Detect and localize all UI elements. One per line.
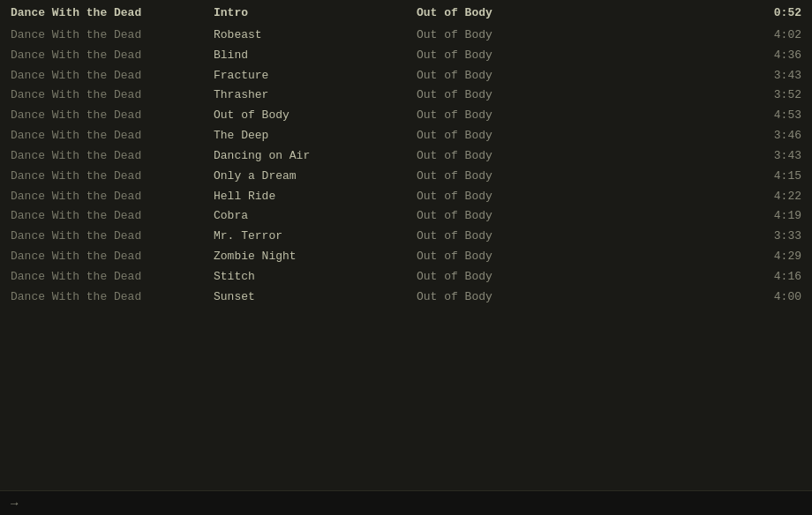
track-album: Out of Body: [417, 168, 620, 185]
track-duration: 4:29: [620, 249, 801, 265]
track-artist: Dance With the Dead: [11, 228, 214, 245]
track-artist: Dance With the Dead: [11, 269, 214, 286]
track-album: Out of Body: [417, 68, 620, 85]
track-album: Out of Body: [417, 48, 620, 64]
table-row[interactable]: Dance With the DeadStitchOut of Body4:16: [0, 267, 812, 287]
track-title: Cobra: [214, 208, 417, 225]
header-duration: 0:52: [620, 5, 801, 22]
track-artist: Dance With the Dead: [11, 87, 214, 104]
track-title: Hell Ride: [214, 189, 417, 205]
track-title: Robeast: [214, 27, 417, 44]
track-title: Blind: [214, 48, 417, 64]
track-title: Zombie Night: [214, 249, 417, 265]
bottom-bar: →: [0, 490, 812, 515]
track-title: Only a Dream: [214, 168, 417, 185]
track-album: Out of Body: [417, 228, 620, 245]
track-duration: 4:36: [620, 48, 801, 64]
table-row[interactable]: Dance With the DeadMr. TerrorOut of Body…: [0, 227, 812, 247]
track-duration: 3:43: [620, 68, 801, 85]
track-duration: 4:53: [620, 108, 801, 124]
track-duration: 3:43: [620, 148, 801, 165]
track-duration: 3:46: [620, 128, 801, 145]
track-artist: Dance With the Dead: [11, 148, 214, 165]
table-row[interactable]: Dance With the DeadOnly a DreamOut of Bo…: [0, 167, 812, 187]
track-artist: Dance With the Dead: [11, 48, 214, 64]
track-duration: 4:16: [620, 269, 801, 286]
track-duration: 4:15: [620, 168, 801, 185]
track-artist: Dance With the Dead: [11, 289, 214, 306]
track-album: Out of Body: [417, 289, 620, 306]
header-album: Out of Body: [417, 5, 620, 22]
track-duration: 3:33: [620, 228, 801, 245]
track-artist: Dance With the Dead: [11, 108, 214, 124]
track-title: Thrasher: [214, 87, 417, 104]
header-title: Intro: [214, 5, 417, 22]
track-artist: Dance With the Dead: [11, 208, 214, 225]
arrow-icon: →: [11, 496, 18, 511]
track-duration: 4:00: [620, 289, 801, 306]
header-artist: Dance With the Dead: [11, 5, 214, 22]
table-row[interactable]: Dance With the DeadOut of BodyOut of Bod…: [0, 106, 812, 126]
track-album: Out of Body: [417, 108, 620, 124]
table-row[interactable]: Dance With the DeadThe DeepOut of Body3:…: [0, 126, 812, 146]
track-duration: 3:52: [620, 87, 801, 104]
track-artist: Dance With the Dead: [11, 189, 214, 205]
track-duration: 4:02: [620, 27, 801, 44]
track-title: Mr. Terror: [214, 228, 417, 245]
track-duration: 4:22: [620, 189, 801, 205]
track-title: Dancing on Air: [214, 148, 417, 165]
track-artist: Dance With the Dead: [11, 27, 214, 44]
table-row[interactable]: Dance With the DeadCobraOut of Body4:19: [0, 206, 812, 227]
track-title: Stitch: [214, 269, 417, 286]
table-row[interactable]: Dance With the DeadFractureOut of Body3:…: [0, 66, 812, 86]
table-row[interactable]: Dance With the DeadBlindOut of Body4:36: [0, 46, 812, 66]
table-row[interactable]: Dance With the DeadZombie NightOut of Bo…: [0, 247, 812, 267]
table-header: Dance With the Dead Intro Out of Body 0:…: [0, 4, 812, 25]
track-title: The Deep: [214, 128, 417, 145]
track-album: Out of Body: [417, 27, 620, 44]
table-row[interactable]: Dance With the DeadRobeastOut of Body4:0…: [0, 26, 812, 46]
track-artist: Dance With the Dead: [11, 128, 214, 145]
track-album: Out of Body: [417, 128, 620, 145]
table-row[interactable]: Dance With the DeadDancing on AirOut of …: [0, 146, 812, 167]
table-row[interactable]: Dance With the DeadSunsetOut of Body4:00: [0, 287, 812, 308]
track-artist: Dance With the Dead: [11, 249, 214, 265]
track-album: Out of Body: [417, 208, 620, 225]
track-album: Out of Body: [417, 87, 620, 104]
track-artist: Dance With the Dead: [11, 168, 214, 185]
track-album: Out of Body: [417, 269, 620, 286]
track-list: Dance With the Dead Intro Out of Body 0:…: [0, 0, 812, 311]
track-album: Out of Body: [417, 189, 620, 205]
track-title: Fracture: [214, 68, 417, 85]
track-duration: 4:19: [620, 208, 801, 225]
track-title: Out of Body: [214, 108, 417, 124]
track-album: Out of Body: [417, 249, 620, 265]
table-row[interactable]: Dance With the DeadHell RideOut of Body4…: [0, 187, 812, 207]
table-row[interactable]: Dance With the DeadThrasherOut of Body3:…: [0, 86, 812, 106]
track-artist: Dance With the Dead: [11, 68, 214, 85]
track-album: Out of Body: [417, 148, 620, 165]
track-title: Sunset: [214, 289, 417, 306]
